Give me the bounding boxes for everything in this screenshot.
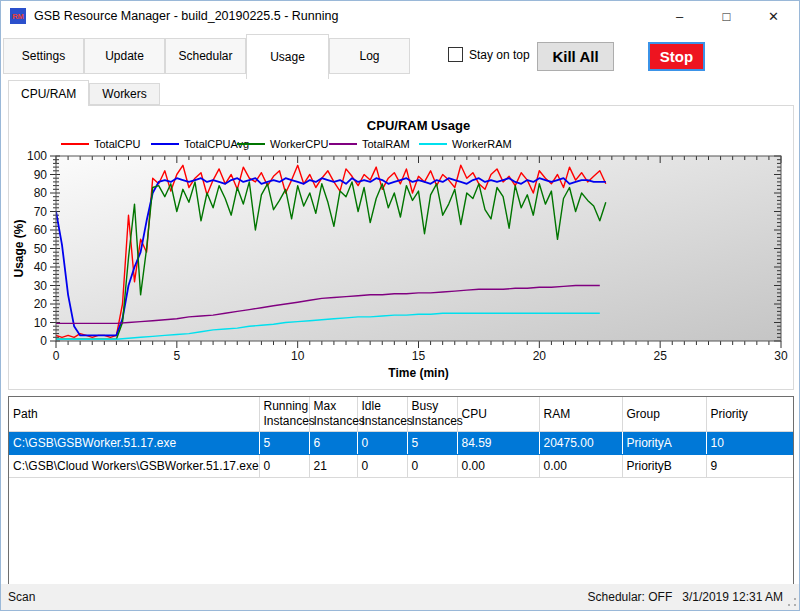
table-cell: 5 [259, 432, 309, 455]
svg-text:0: 0 [40, 334, 47, 348]
table-cell: 21 [309, 455, 357, 478]
column-header-running-instances[interactable]: Running Instances [259, 397, 309, 432]
column-header-cpu[interactable]: CPU [457, 397, 539, 432]
window-title: GSB Resource Manager - build_20190225.5 … [34, 9, 338, 23]
table-row[interactable]: C:\GSB\Cloud Workers\GSBWorker.51.17.exe… [9, 455, 794, 478]
svg-text:10: 10 [34, 316, 48, 330]
column-header-group[interactable]: Group [622, 397, 706, 432]
table-cell: PriorityA [622, 432, 706, 455]
table-cell: 0.00 [457, 455, 539, 478]
x-axis-label: Time (min) [388, 366, 448, 380]
svg-text:25: 25 [653, 349, 667, 363]
svg-text:10: 10 [291, 349, 305, 363]
column-header-priority[interactable]: Priority [706, 397, 794, 432]
table-row[interactable]: C:\GSB\GSBWorker.51.17.exe560584.5920475… [9, 432, 794, 455]
svg-text:WorkerCPU: WorkerCPU [270, 138, 329, 150]
legend-item-workerram: WorkerRAM [419, 138, 512, 150]
svg-text:80: 80 [34, 186, 48, 200]
kill-all-button[interactable]: Kill All [537, 42, 614, 71]
svg-text:30: 30 [34, 279, 48, 293]
table-cell: C:\GSB\GSBWorker.51.17.exe [9, 432, 259, 455]
table-cell: 0 [259, 455, 309, 478]
subtab-cpu-ram[interactable]: CPU/RAM [8, 80, 89, 106]
status-bar: Scan Schedular: OFF 3/1/2019 12:31 AM [1, 584, 799, 610]
table-cell: 0 [357, 432, 407, 455]
app-icon: RM [10, 8, 26, 24]
column-header-max-instances[interactable]: Max Instances [309, 397, 357, 432]
table-cell: 0 [357, 455, 407, 478]
chart-panel: CPU/RAM UsageTotalCPUTotalCPUAvgWorkerCP… [8, 105, 794, 390]
table-cell: 0 [407, 455, 457, 478]
chart-title: CPU/RAM Usage [367, 118, 470, 133]
y-axis-label: Usage (%) [12, 219, 26, 277]
tab-settings[interactable]: Settings [3, 38, 84, 74]
table-cell: 6 [309, 432, 357, 455]
svg-text:15: 15 [412, 349, 426, 363]
status-scheduler-label: Schedular: OFF [588, 590, 673, 604]
resize-grip-icon[interactable] [787, 597, 797, 607]
cpu-ram-usage-chart: CPU/RAM UsageTotalCPUTotalCPUAvgWorkerCP… [9, 106, 793, 389]
minimize-icon[interactable]: – [656, 1, 703, 31]
tab-usage[interactable]: Usage [246, 34, 329, 79]
table-cell: PriorityB [622, 455, 706, 478]
workers-table-panel: PathRunning InstancesMax InstancesIdle I… [8, 396, 794, 585]
column-header-ram[interactable]: RAM [539, 397, 622, 432]
tab-log[interactable]: Log [329, 38, 410, 74]
svg-text:0: 0 [53, 349, 60, 363]
table-cell: C:\GSB\Cloud Workers\GSBWorker.51.17.exe [9, 455, 259, 478]
svg-text:60: 60 [34, 223, 48, 237]
svg-text:TotalRAM: TotalRAM [362, 138, 410, 150]
legend-item-totalram: TotalRAM [329, 138, 410, 150]
legend-item-totalcpu: TotalCPU [61, 138, 141, 150]
column-header-path[interactable]: Path [9, 397, 259, 432]
window-controls: – □ ✕ [656, 1, 797, 31]
stay-on-top-checkbox[interactable] [448, 47, 463, 62]
svg-text:90: 90 [34, 168, 48, 182]
table-cell: 10 [706, 432, 794, 455]
stay-on-top-label: Stay on top [469, 48, 530, 62]
sub-tabs: CPU/RAMWorkers [8, 80, 160, 106]
tab-update[interactable]: Update [84, 38, 165, 74]
table-cell: 20475.00 [539, 432, 622, 455]
maximize-icon[interactable]: □ [703, 1, 750, 31]
status-datetime-label: 3/1/2019 12:31 AM [682, 590, 783, 604]
column-header-busy-instances[interactable]: Busy Instances [407, 397, 457, 432]
svg-text:50: 50 [34, 242, 48, 256]
stay-on-top-row: Stay on top [448, 47, 530, 62]
table-cell: 9 [706, 455, 794, 478]
svg-text:5: 5 [173, 349, 180, 363]
svg-text:30: 30 [774, 349, 788, 363]
subtab-workers[interactable]: Workers [89, 83, 159, 105]
tab-schedular[interactable]: Schedular [165, 38, 246, 74]
close-icon[interactable]: ✕ [750, 1, 797, 31]
legend-item-workercpu: WorkerCPU [237, 138, 329, 150]
workers-table: PathRunning InstancesMax InstancesIdle I… [9, 397, 794, 478]
svg-text:WorkerRAM: WorkerRAM [452, 138, 512, 150]
svg-text:20: 20 [533, 349, 547, 363]
table-cell: 5 [407, 432, 457, 455]
main-tabs: SettingsUpdateSchedularUsageLog [3, 34, 410, 80]
svg-text:TotalCPU: TotalCPU [94, 138, 141, 150]
stop-button[interactable]: Stop [648, 42, 705, 71]
table-cell: 84.59 [457, 432, 539, 455]
title-bar: RM GSB Resource Manager - build_20190225… [1, 1, 799, 31]
svg-text:40: 40 [34, 260, 48, 274]
legend-item-totalcpuavg: TotalCPUAvg [151, 138, 249, 150]
svg-text:100: 100 [27, 149, 47, 163]
svg-text:20: 20 [34, 297, 48, 311]
table-cell: 0.00 [539, 455, 622, 478]
svg-text:70: 70 [34, 205, 48, 219]
column-header-idle-instances[interactable]: Idle Instances [357, 397, 407, 432]
status-scan-label: Scan [8, 590, 35, 604]
